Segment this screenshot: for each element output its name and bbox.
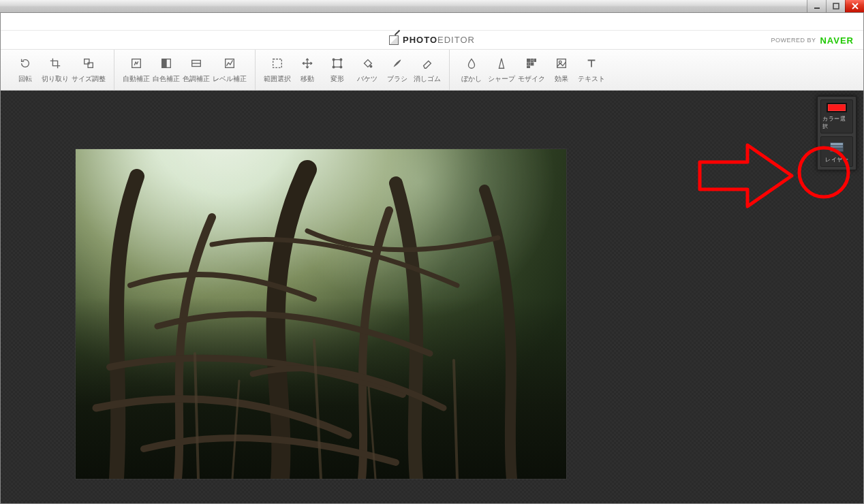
level-correct-icon xyxy=(223,57,236,70)
window-titlebar xyxy=(0,0,864,12)
svg-rect-19 xyxy=(531,63,534,65)
text-button[interactable]: テキスト xyxy=(576,50,606,90)
color-swatch-icon xyxy=(827,103,847,112)
svg-point-14 xyxy=(340,66,342,68)
effect-label: 効果 xyxy=(555,74,568,84)
brand-bar: PHOTOEDITOR POWERED BY NAVER xyxy=(1,31,863,50)
svg-rect-0 xyxy=(814,7,820,9)
text-label: テキスト xyxy=(578,74,605,84)
white-correct-icon xyxy=(159,57,173,70)
crop-button[interactable]: 切り取り xyxy=(40,50,70,90)
effect-icon xyxy=(555,57,568,70)
select-button[interactable]: 範囲選択 xyxy=(262,50,292,90)
naver-logo: NAVER xyxy=(820,35,854,45)
move-label: 移動 xyxy=(300,74,314,84)
move-button[interactable]: 移動 xyxy=(292,50,322,90)
svg-point-12 xyxy=(340,59,342,61)
window-minimize-button[interactable] xyxy=(807,0,826,12)
tool-group: ぼかしシャープモザイク効果テキスト xyxy=(450,50,613,90)
rotate-icon xyxy=(18,57,32,70)
window-controls xyxy=(807,0,864,12)
brand-bold: PHOTO xyxy=(403,35,437,45)
powered-by: POWERED BY NAVER xyxy=(771,35,854,45)
svg-rect-16 xyxy=(527,59,530,61)
color-correct-icon xyxy=(189,57,203,70)
canvas-image[interactable] xyxy=(76,149,566,479)
side-panel: カラー選択 レイヤー xyxy=(817,96,857,170)
canvas-area[interactable]: カラー選択 レイヤー xyxy=(1,91,863,503)
auto-correct-icon xyxy=(129,57,143,70)
toolbar: 回転切り取りサイズ調整自動補正白色補正色調補正レベル補正範囲選択移動変形バケツブ… xyxy=(1,50,863,91)
resize-button[interactable]: サイズ調整 xyxy=(70,50,107,90)
app-logo: PHOTOEDITOR xyxy=(389,35,475,45)
svg-point-11 xyxy=(333,59,335,61)
sharp-button[interactable]: シャープ xyxy=(487,50,516,90)
resize-icon xyxy=(82,57,95,70)
svg-rect-6 xyxy=(162,59,166,67)
tool-group: 自動補正白色補正色調補正レベル補正 xyxy=(114,50,256,90)
select-icon xyxy=(271,57,284,70)
effect-button[interactable]: 効果 xyxy=(546,50,576,90)
color-correct-button[interactable]: 色調補正 xyxy=(181,50,211,90)
svg-rect-3 xyxy=(88,63,93,67)
bucket-label: バケツ xyxy=(357,74,377,84)
text-icon xyxy=(585,57,598,70)
eraser-icon xyxy=(420,57,434,70)
transform-label: 変形 xyxy=(330,74,344,84)
color-picker-button[interactable]: カラー選択 xyxy=(820,99,853,133)
move-icon xyxy=(300,57,314,70)
sharp-icon xyxy=(495,57,508,70)
brush-label: ブラシ xyxy=(387,74,407,84)
level-correct-label: レベル補正 xyxy=(213,74,247,84)
svg-rect-21 xyxy=(527,66,530,67)
window-close-button[interactable] xyxy=(845,0,864,12)
tool-group: 範囲選択移動変形バケツブラシ消しゴム xyxy=(256,50,450,90)
layer-panel-button[interactable]: レイヤー xyxy=(820,136,853,167)
blur-button[interactable]: ぼかし xyxy=(457,50,487,90)
level-correct-button[interactable]: レベル補正 xyxy=(211,50,248,90)
layer-panel-label: レイヤー xyxy=(825,156,848,163)
svg-rect-10 xyxy=(334,59,341,67)
app-window: PHOTOEDITOR POWERED BY NAVER 回転切り取りサイズ調整… xyxy=(0,12,864,504)
svg-point-13 xyxy=(333,66,335,68)
svg-point-15 xyxy=(370,65,372,67)
svg-rect-20 xyxy=(535,59,536,61)
layers-icon xyxy=(829,140,845,153)
svg-rect-9 xyxy=(273,59,282,67)
bucket-icon xyxy=(360,57,374,70)
brush-button[interactable]: ブラシ xyxy=(382,50,412,90)
transform-icon xyxy=(330,57,344,70)
window-maximize-button[interactable] xyxy=(826,0,845,12)
svg-rect-1 xyxy=(833,3,839,9)
sharp-label: シャープ xyxy=(488,74,515,84)
svg-rect-17 xyxy=(531,59,534,61)
mosaic-button[interactable]: モザイク xyxy=(516,50,546,90)
eraser-label: 消しゴム xyxy=(414,74,441,84)
bucket-button[interactable]: バケツ xyxy=(352,50,382,90)
powered-label: POWERED BY xyxy=(771,37,816,44)
svg-rect-18 xyxy=(527,63,530,65)
pencil-icon xyxy=(389,35,399,45)
mosaic-icon xyxy=(525,57,538,70)
app-menubar xyxy=(1,13,863,31)
eraser-button[interactable]: 消しゴム xyxy=(412,50,442,90)
rotate-label: 回転 xyxy=(18,74,32,84)
rotate-button[interactable]: 回転 xyxy=(10,50,40,90)
color-picker-label: カラー選択 xyxy=(822,115,851,130)
crop-label: 切り取り xyxy=(42,74,69,84)
auto-correct-label: 自動補正 xyxy=(123,74,150,84)
transform-button[interactable]: 変形 xyxy=(322,50,352,90)
blur-label: ぼかし xyxy=(461,74,482,84)
color-correct-label: 色調補正 xyxy=(183,74,210,84)
auto-correct-button[interactable]: 自動補正 xyxy=(121,50,151,90)
svg-rect-2 xyxy=(84,59,89,63)
crop-icon xyxy=(48,57,62,70)
select-label: 範囲選択 xyxy=(264,74,291,84)
white-correct-button[interactable]: 白色補正 xyxy=(151,50,181,90)
blur-icon xyxy=(465,57,478,70)
mosaic-label: モザイク xyxy=(518,74,545,84)
resize-label: サイズ調整 xyxy=(72,74,106,84)
white-correct-label: 白色補正 xyxy=(153,74,180,84)
tool-group: 回転切り取りサイズ調整 xyxy=(3,50,114,90)
brand-thin: EDITOR xyxy=(437,35,475,45)
